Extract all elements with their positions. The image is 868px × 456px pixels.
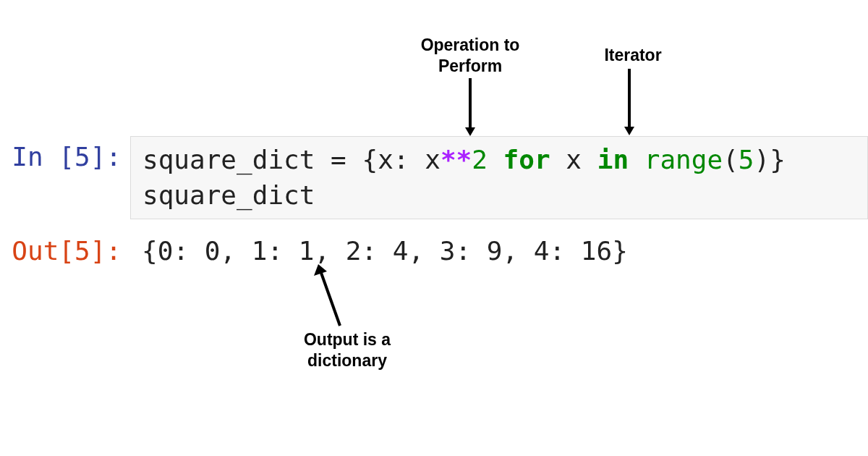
code-text: x [378, 145, 393, 174]
arrow-up-icon [311, 264, 354, 329]
code-text: ) [754, 145, 770, 174]
code-text [629, 145, 644, 174]
code-text [488, 145, 503, 174]
code-builtin: range [644, 145, 723, 174]
arrow-down-icon [622, 69, 637, 135]
jupyter-input-cell: In [5]: square_dict = {x: x**2 for x in … [0, 136, 868, 219]
code-text: ( [723, 145, 739, 174]
code-text: x [566, 145, 582, 174]
code-text: } [770, 145, 786, 174]
code-text [582, 145, 597, 174]
code-operator: ** [441, 145, 472, 174]
code-input[interactable]: square_dict = {x: x**2 for x in range(5)… [130, 136, 868, 219]
code-text [550, 145, 566, 174]
code-text: : [393, 145, 425, 174]
code-text: x [425, 145, 441, 174]
jupyter-output-cell: Out[5]: {0: 0, 1: 1, 2: 4, 3: 9, 4: 16} [0, 230, 868, 271]
code-text: = [315, 145, 362, 174]
annotation-output: Output is adictionary [289, 329, 405, 371]
annotation-iterator: Iterator [590, 45, 676, 66]
code-var: square_dict [142, 180, 315, 210]
code-output: {0: 0, 1: 1, 2: 4, 3: 9, 4: 16} [130, 230, 868, 271]
svg-marker-3 [624, 127, 634, 135]
code-number: 2 [472, 145, 488, 174]
code-keyword: in [597, 145, 629, 174]
arrow-down-icon [463, 78, 477, 136]
input-prompt: In [5]: [0, 136, 130, 219]
code-keyword: for [503, 145, 550, 174]
output-prompt: Out[5]: [0, 230, 130, 271]
code-number: 5 [739, 145, 754, 174]
code-var: square_dict [142, 145, 315, 174]
annotation-operation: Operation toPerform [401, 35, 539, 77]
svg-marker-1 [465, 127, 475, 136]
svg-line-4 [321, 273, 340, 326]
code-text: { [362, 145, 378, 174]
